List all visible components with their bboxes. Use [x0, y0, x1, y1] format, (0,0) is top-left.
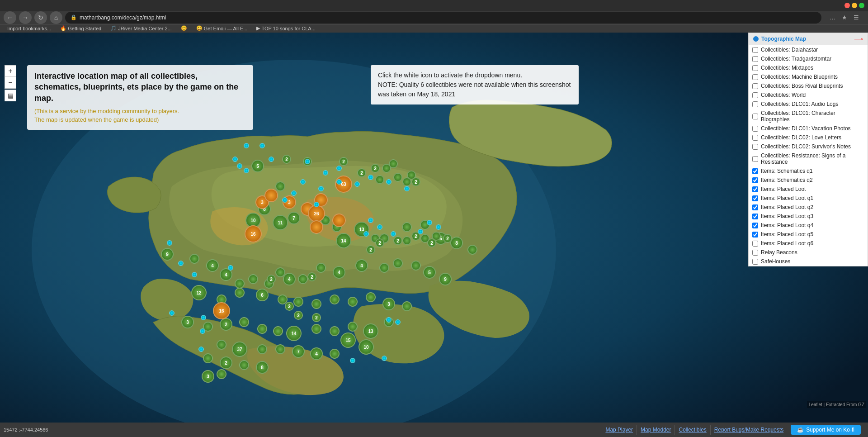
dropdown-header-text: Topographic Map [761, 36, 806, 42]
checkbox-16[interactable] [752, 204, 758, 210]
bookmark-top10-label: TOP 10 songs for CLA... [261, 26, 315, 31]
checkbox-19[interactable] [752, 232, 758, 238]
page-content: 5811107141358944444591263321413377415102… [0, 33, 868, 437]
bookmark-icon-play: ▶ [256, 25, 260, 31]
dropdown-item-18[interactable]: Items: Placed Loot q4 [749, 221, 868, 230]
zoom-in-button[interactable]: + [5, 65, 16, 77]
dropdown-item-4[interactable]: Collectibles: Boss Rival Blueprints [749, 81, 868, 90]
bookmark-top10[interactable]: ▶ TOP 10 songs for CLA... [253, 24, 319, 32]
dropdown-panel: Topographic Map ⟶ Collectibles: Dalahast… [748, 33, 868, 266]
map-container[interactable]: 5811107141358944444591263321413377415102… [0, 33, 868, 423]
red-arrow-icon: ⟶ [854, 35, 863, 43]
dropdown-item-0[interactable]: Collectibles: Dalahastar [749, 45, 868, 54]
bookmark-import[interactable]: Import bookmarks... [4, 25, 55, 32]
bookmark-getting-started-label: Getting Started [68, 26, 101, 31]
radio-dot [753, 36, 759, 42]
checkbox-11[interactable] [752, 156, 758, 162]
checkbox-12[interactable] [752, 168, 758, 174]
url-text: mathartbang.com/deca/gz/map.html [80, 14, 166, 21]
favorites-button[interactable]: ★ [840, 13, 849, 22]
dropdown-label-20: Items: Placed Loot q6 [761, 240, 813, 247]
zoom-controls: + − ▤ [5, 65, 16, 101]
dropdown-label-19: Items: Placed Loot q5 [761, 231, 813, 238]
bookmarks-bar: Import bookmarks... 🔥 Getting Started 🎵 … [0, 24, 868, 33]
layer-button[interactable]: ▤ [5, 90, 16, 101]
dropdown-item-7[interactable]: Collectibles: DLC01: Character Biographi… [749, 109, 868, 124]
settings-button[interactable]: ☰ [852, 13, 861, 22]
checkbox-5[interactable] [752, 92, 758, 98]
browser-titlebar [0, 0, 868, 11]
nav-report-bugs[interactable]: Report Bugs/Make Requests [711, 425, 787, 435]
dropdown-item-16[interactable]: Items: Placed Loot q2 [749, 203, 868, 212]
dropdown-item-8[interactable]: Collectibles: DLC01: Vacation Photos [749, 124, 868, 133]
dropdown-item-22[interactable]: SafeHouses [749, 257, 868, 266]
checkbox-4[interactable] [752, 83, 758, 89]
checkbox-9[interactable] [752, 135, 758, 141]
dropdown-header: Topographic Map ⟶ [749, 33, 868, 45]
dropdown-item-2[interactable]: Collectibles: Mixtapes [749, 63, 868, 72]
dropdown-item-20[interactable]: Items: Placed Loot q6 [749, 239, 868, 248]
checkbox-0[interactable] [752, 47, 758, 53]
dropdown-label-17: Items: Placed Loot q3 [761, 213, 813, 219]
checkbox-22[interactable] [752, 259, 758, 265]
nav-map-modder[interactable]: Map Modder [637, 425, 675, 435]
dropdown-label-4: Collectibles: Boss Rival Blueprints [761, 83, 843, 89]
dropdown-item-14[interactable]: Items: Placed Loot [749, 185, 868, 194]
dropdown-item-13[interactable]: Items: Schematics q2 [749, 176, 868, 185]
dropdown-label-7: Collectibles: DLC01: Character Biographi… [761, 110, 864, 123]
click-line2: NOTE: Quality 6 collectibles were not av… [378, 81, 571, 98]
dropdown-label-10: Collectibles: DLC02: Survivor's Notes [761, 143, 851, 150]
status-nav: Map Player Map Modder Collectibles Repor… [602, 425, 787, 435]
bookmark-jriver[interactable]: 🎵 JRiver Media Center 2... [107, 24, 175, 32]
checkbox-15[interactable] [752, 195, 758, 201]
support-kofi-button[interactable]: ☕ Support Me on Ko-fi [791, 425, 861, 435]
checkbox-2[interactable] [752, 65, 758, 71]
dropdown-label-13: Items: Schematics q2 [761, 177, 813, 183]
nav-collectibles[interactable]: Collectibles [675, 425, 710, 435]
zoom-out-button[interactable]: − [5, 77, 16, 89]
browser-nav: ← → ↻ ⌂ 🔒 mathartbang.com/deca/gz/map.ht… [0, 11, 868, 24]
click-instruction: Click the white icon to activate the dro… [371, 65, 579, 104]
dropdown-item-9[interactable]: Collectibles: DLC02: Love Letters [749, 133, 868, 142]
dropdown-label-18: Items: Placed Loot q4 [761, 222, 813, 228]
dropdown-item-10[interactable]: Collectibles: DLC02: Survivor's Notes [749, 142, 868, 151]
checkbox-7[interactable] [752, 114, 758, 119]
dropdown-item-5[interactable]: Collectibles: World [749, 90, 868, 100]
checkbox-8[interactable] [752, 126, 758, 132]
status-coords: 15472 :-7744.24566 [4, 427, 48, 432]
dropdown-item-17[interactable]: Items: Placed Loot q3 [749, 212, 868, 221]
forward-button[interactable]: → [19, 11, 32, 24]
dropdown-item-21[interactable]: Relay Beacons [749, 248, 868, 257]
dropdown-item-1[interactable]: Collectibles: Tradgardstomtar [749, 54, 868, 63]
back-button[interactable]: ← [4, 11, 16, 24]
dropdown-label-14: Items: Placed Loot [761, 186, 806, 192]
refresh-button[interactable]: ↻ [34, 11, 47, 24]
home-button[interactable]: ⌂ [50, 11, 62, 24]
dropdown-item-12[interactable]: Items: Schematics q1 [749, 166, 868, 176]
checkbox-20[interactable] [752, 241, 758, 247]
bookmark-emoji1[interactable]: 😊 [177, 24, 191, 32]
dropdown-item-6[interactable]: Collectibles: DLC01: Audio Logs [749, 100, 868, 109]
bookmark-emoji1-label: 😊 [181, 25, 187, 31]
checkbox-3[interactable] [752, 74, 758, 80]
dropdown-label-21: Relay Beacons [761, 249, 797, 256]
checkbox-6[interactable] [752, 101, 758, 107]
nav-map-player[interactable]: Map Player [602, 425, 637, 435]
dropdown-label-15: Items: Placed Loot q1 [761, 195, 813, 201]
checkbox-17[interactable] [752, 214, 758, 219]
checkbox-1[interactable] [752, 56, 758, 62]
checkbox-18[interactable] [752, 223, 758, 228]
dropdown-item-19[interactable]: Items: Placed Loot q5 [749, 230, 868, 239]
dropdown-item-3[interactable]: Collectibles: Machine Blueprints [749, 72, 868, 81]
checkbox-13[interactable] [752, 177, 758, 183]
browser-chrome: ← → ↻ ⌂ 🔒 mathartbang.com/deca/gz/map.ht… [0, 0, 868, 33]
extensions-button[interactable]: … [828, 13, 837, 22]
checkbox-21[interactable] [752, 250, 758, 256]
checkbox-14[interactable] [752, 186, 758, 192]
address-bar[interactable]: 🔒 mathartbang.com/deca/gz/map.html [65, 12, 821, 24]
dropdown-item-15[interactable]: Items: Placed Loot q1 [749, 194, 868, 203]
checkbox-10[interactable] [752, 144, 758, 150]
dropdown-item-11[interactable]: Collectibles: Resistance: Signs of a Res… [749, 151, 868, 166]
bookmark-get-emoji[interactable]: 😀 Get Emoji — All E... [193, 24, 251, 32]
bookmark-getting-started[interactable]: 🔥 Getting Started [57, 24, 105, 32]
